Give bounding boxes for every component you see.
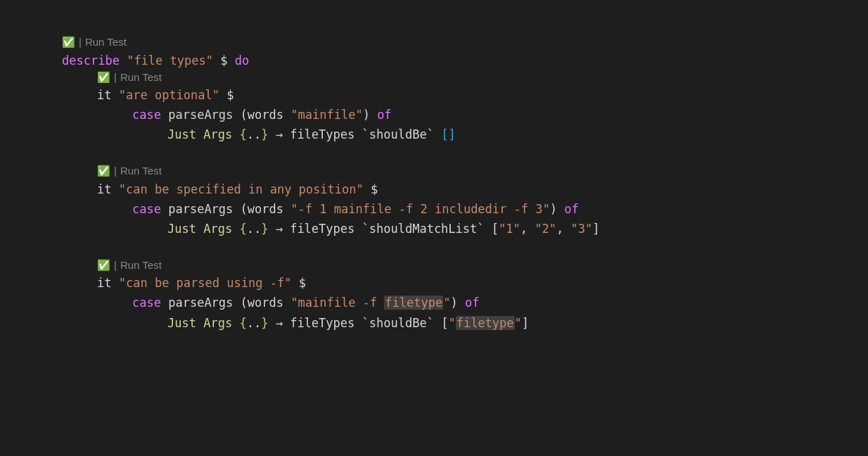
codelens-separator: | xyxy=(79,35,82,49)
kw-describe: describe xyxy=(62,53,120,68)
blank-line xyxy=(62,239,868,258)
codelens-separator: | xyxy=(114,70,117,84)
code-line: it "can be specified in any position" $ xyxy=(97,179,868,199)
string-literal: "are optional" xyxy=(119,88,219,102)
check-icon: ✅ xyxy=(97,260,110,270)
codelens-separator: | xyxy=(114,258,117,272)
highlighted-text: filetype xyxy=(384,296,443,310)
code-line: it "can be parsed using -f" $ xyxy=(97,273,868,293)
fn-it: it xyxy=(97,88,111,102)
code-line-describe: describe "file types" $ do xyxy=(62,51,868,70)
codelens-describe: ✅ | Run Test xyxy=(62,35,868,51)
highlighted-text: filetype xyxy=(456,316,515,330)
ctor-just: Just xyxy=(167,127,196,141)
code-line: Just Args {..} → fileTypes `shouldMatchL… xyxy=(167,219,868,239)
fn-shouldMatchList: shouldMatchList xyxy=(369,222,478,236)
run-test-link[interactable]: Run Test xyxy=(120,258,162,272)
codelens-separator: | xyxy=(114,164,117,178)
code-line: case parseArgs (words "mainfile") of xyxy=(132,105,868,125)
kw-do: do xyxy=(235,53,249,68)
string-literal: "can be specified in any position" xyxy=(119,182,364,196)
fn-fileTypes: fileTypes xyxy=(290,127,355,141)
blank-line xyxy=(62,144,868,164)
codelens-test-3: ✅ | Run Test xyxy=(97,258,868,274)
bracket-close: ] xyxy=(448,127,455,141)
kw-of: of xyxy=(377,108,391,122)
code-line: case parseArgs (words "-f 1 mainfile -f … xyxy=(132,199,868,219)
run-test-link[interactable]: Run Test xyxy=(85,35,127,49)
string-literal: "mainfile" xyxy=(291,108,362,122)
fn-parseArgs: parseArgs xyxy=(168,108,233,122)
string-literal: "-f 1 mainfile -f 2 includedir -f 3" xyxy=(291,202,549,216)
code-line: case parseArgs (words "mainfile -f filet… xyxy=(132,293,868,312)
fn-shouldBe: shouldBe xyxy=(369,127,427,141)
check-icon: ✅ xyxy=(62,37,75,47)
codelens-test-2: ✅ | Run Test xyxy=(97,164,868,179)
bracket-open: [ xyxy=(441,127,448,141)
arrow-icon: → xyxy=(276,127,283,141)
fn-words: words xyxy=(248,108,283,122)
string-literal: "can be parsed using -f" xyxy=(119,276,292,290)
code-line: it "are optional" $ xyxy=(97,85,868,105)
code-line: Just Args {..} → fileTypes `shouldBe` ["… xyxy=(167,313,868,333)
run-test-link[interactable]: Run Test xyxy=(120,70,162,84)
run-test-link[interactable]: Run Test xyxy=(120,164,162,178)
check-icon: ✅ xyxy=(97,72,110,82)
codelens-test-1: ✅ | Run Test xyxy=(97,70,868,86)
code-line: Just Args {..} → fileTypes `shouldBe` [] xyxy=(167,125,868,144)
kw-case: case xyxy=(132,108,161,122)
ctor-args: Args xyxy=(203,127,232,141)
op-dollar: $ xyxy=(220,53,227,68)
check-icon: ✅ xyxy=(97,165,110,176)
string-literal: "file types" xyxy=(127,53,213,68)
